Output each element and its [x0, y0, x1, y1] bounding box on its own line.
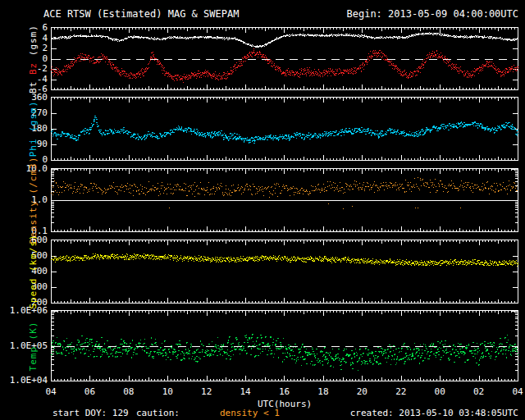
axis-title-temp: Temp (K) — [29, 321, 38, 371]
speed-ytick-label: 500 — [5, 251, 48, 261]
speed-ytick-label: 300 — [5, 282, 48, 292]
x-tick-label: 14 — [240, 387, 250, 397]
x-tick-label: 22 — [395, 387, 406, 397]
mag-ytick-label: 2 — [5, 43, 48, 53]
plot-title: ACE RTSW (Estimated) MAG & SWEPAM — [43, 9, 239, 19]
x-tick-label: 10 — [162, 387, 173, 397]
caution-label: caution: — [136, 409, 180, 418]
panel-mag — [51, 27, 518, 90]
speed-ytick-label: 600 — [5, 235, 48, 245]
density-ytick-label: 10.0 — [5, 164, 48, 174]
axis-title-segment: Temp (K) — [28, 321, 39, 371]
phi-ytick-label: 180 — [5, 124, 48, 134]
panel-temp — [51, 310, 518, 381]
x-tick-label: 04 — [512, 387, 523, 397]
phi-ytick-label: 90 — [5, 139, 48, 149]
axis-title-segment: Density (/cm3) — [28, 157, 39, 244]
phi-ytick-label: 360 — [5, 93, 48, 103]
density-canvas — [51, 168, 518, 232]
caution-value: density < 1 — [220, 409, 280, 418]
x-tick-label: 16 — [279, 387, 290, 397]
temp-canvas — [51, 310, 518, 381]
created-timestamp: created: 2013-05-10 03:48:05UTC — [350, 409, 518, 418]
ace-rtsw-swepam-plot: ACE RTSW (Estimated) MAG & SWEPAM Begin:… — [0, 0, 525, 420]
x-tick-label: 06 — [84, 387, 95, 397]
axis-title-segment: (gsm) — [28, 25, 39, 62]
axis-title-segment: Bt — [28, 75, 39, 94]
temp-ytick-label: 1.0E+05 — [5, 341, 48, 351]
phi-ytick-label: 270 — [5, 108, 48, 118]
x-tick-label: 18 — [317, 387, 328, 397]
x-tick-label: 04 — [45, 387, 56, 397]
axis-title-segment: Speed (km/s) — [28, 234, 39, 308]
axis-title-speed: Speed (km/s) — [29, 234, 38, 308]
density-ytick-label: 1.0 — [5, 195, 48, 205]
start-doy-label: start DOY: 129 — [52, 409, 129, 418]
begin-timestamp: Begin: 2013-05-09 04:00:00UTC — [346, 9, 518, 19]
x-tick-label: 08 — [123, 387, 134, 397]
panel-density — [51, 168, 518, 232]
axis-title-segment: Bz — [28, 62, 39, 74]
panel-phi — [51, 97, 518, 161]
axis-title-phi: Phi (gsm) — [29, 101, 38, 158]
mag-canvas — [51, 27, 518, 90]
speed-canvas — [51, 240, 518, 304]
speed-ytick-label: 400 — [5, 267, 48, 276]
axis-title-density: Density (/cm3) — [29, 157, 38, 244]
x-tick-label: 00 — [435, 387, 445, 397]
phi-canvas — [51, 97, 518, 161]
axis-title-mag: Bt Bz (gsm) — [29, 25, 38, 94]
axis-title-segment: Phi (gsm) — [28, 101, 39, 158]
temp-ytick-label: 1.0E+06 — [5, 306, 48, 316]
panel-speed — [51, 240, 518, 304]
x-tick-label: 12 — [201, 387, 212, 397]
x-tick-label: 02 — [473, 387, 484, 397]
temp-ytick-label: 1.0E+04 — [5, 376, 48, 386]
mag-ytick-label: 4 — [5, 34, 48, 43]
mag-ytick-label: 6 — [5, 23, 48, 33]
mag-ytick-label: -2 — [5, 64, 48, 74]
x-tick-label: 20 — [357, 387, 368, 397]
